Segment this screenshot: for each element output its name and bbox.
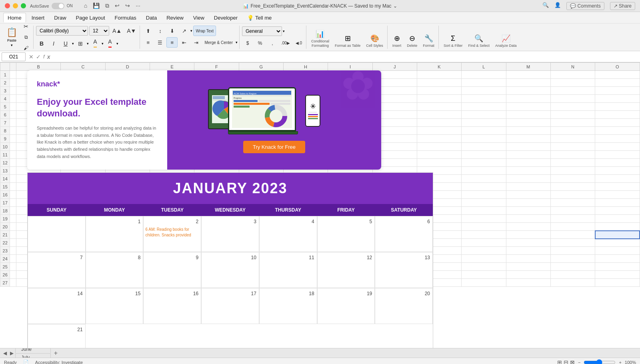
align-top-button[interactable]: ⬆ xyxy=(142,26,154,36)
decrease-decimal-button[interactable]: ◀.0 xyxy=(293,38,304,48)
align-right-button[interactable]: ≡ xyxy=(166,37,178,48)
cell[interactable] xyxy=(10,119,16,127)
row-number-14[interactable]: 14 xyxy=(0,175,10,183)
col-header-J[interactable]: J xyxy=(372,63,417,71)
cell[interactable] xyxy=(462,127,506,135)
copy-icon[interactable]: ⧉ xyxy=(105,2,109,9)
cell[interactable] xyxy=(10,127,16,135)
zoom-slider[interactable] xyxy=(584,359,616,364)
indent-less-button[interactable]: ⇤ xyxy=(178,37,190,48)
cell[interactable] xyxy=(595,207,640,215)
cell[interactable] xyxy=(506,215,550,223)
cell[interactable] xyxy=(462,231,506,239)
cell[interactable] xyxy=(550,263,595,271)
cell[interactable] xyxy=(417,103,461,111)
indent-more-button[interactable]: ⇥ xyxy=(190,37,202,48)
cell[interactable] xyxy=(506,79,550,87)
cell[interactable] xyxy=(10,143,16,151)
underline-button[interactable]: U xyxy=(60,38,71,49)
merge-center-button[interactable]: Merge & Center xyxy=(202,37,235,48)
orientation-button[interactable]: ↗ xyxy=(178,26,190,36)
delete-cells-button[interactable]: ⊖ Delete xyxy=(405,33,419,49)
row-number-8[interactable]: 8 xyxy=(0,127,10,135)
row-number-11[interactable]: 11 xyxy=(0,151,10,159)
fill-color-button[interactable]: A▬ xyxy=(90,37,101,50)
row-number-5[interactable]: 5 xyxy=(0,103,10,111)
cell[interactable] xyxy=(417,111,461,119)
row-number-2[interactable]: 2 xyxy=(0,79,10,87)
cell[interactable] xyxy=(462,159,506,167)
spreadsheet[interactable]: B C D E F G H I J K L M N O 1234 xyxy=(0,62,640,348)
col-header-N[interactable]: N xyxy=(550,63,595,71)
cell[interactable] xyxy=(462,71,506,79)
row-number-22[interactable]: 22 xyxy=(0,239,10,247)
insert-cells-button[interactable]: ⊕ Insert xyxy=(391,33,403,49)
col-header-G[interactable]: G xyxy=(239,63,283,71)
cell[interactable] xyxy=(595,127,640,135)
cell[interactable] xyxy=(550,103,595,111)
cell[interactable] xyxy=(506,207,550,215)
cell[interactable] xyxy=(595,119,640,127)
row-number-17[interactable]: 17 xyxy=(0,199,10,207)
cell[interactable] xyxy=(506,135,550,143)
cell[interactable] xyxy=(10,215,16,223)
cell[interactable] xyxy=(10,135,16,143)
fill-dropdown[interactable]: ▾ xyxy=(102,42,104,46)
sum-button[interactable]: Σ Sort & Filter xyxy=(442,34,464,49)
menu-tell-me[interactable]: 💡 Tell me xyxy=(243,13,276,22)
fontcolor-dropdown[interactable]: ▾ xyxy=(116,42,118,46)
find-select-button[interactable]: 🔍 Find & Select xyxy=(466,33,491,49)
cell[interactable] xyxy=(10,263,16,271)
cell[interactable] xyxy=(550,95,595,103)
cell[interactable] xyxy=(595,279,640,287)
cell[interactable] xyxy=(506,231,550,239)
analyze-data-button[interactable]: 📈 Analyze Data xyxy=(494,33,518,49)
format-table-button[interactable]: ⊞ Format as Table xyxy=(333,33,362,49)
cell[interactable] xyxy=(550,151,595,159)
cell[interactable] xyxy=(506,239,550,247)
cell[interactable] xyxy=(550,135,595,143)
underline-dropdown[interactable]: ▾ xyxy=(72,42,74,46)
chevron-down-icon[interactable]: ⌄ xyxy=(393,3,397,9)
cell[interactable] xyxy=(550,199,595,207)
minimize-button[interactable] xyxy=(13,3,18,8)
align-center-button[interactable]: ☰ xyxy=(154,37,166,48)
cell[interactable] xyxy=(506,167,550,175)
cell[interactable] xyxy=(595,175,640,183)
cell[interactable] xyxy=(10,231,16,239)
cell[interactable] xyxy=(595,87,640,95)
menu-review[interactable]: Review xyxy=(162,13,188,22)
orientation-dropdown[interactable]: ▾ xyxy=(190,29,192,33)
format-cells-button[interactable]: 🔧 Format xyxy=(421,33,436,49)
cell[interactable] xyxy=(506,111,550,119)
cell[interactable] xyxy=(462,183,506,191)
cell[interactable] xyxy=(462,111,506,119)
cell[interactable] xyxy=(506,247,550,255)
cell[interactable] xyxy=(10,271,16,279)
col-header-M[interactable]: M xyxy=(506,63,550,71)
cell[interactable] xyxy=(550,223,595,231)
menu-developer[interactable]: Developer xyxy=(210,13,242,22)
cell[interactable] xyxy=(10,183,16,191)
cell[interactable] xyxy=(506,151,550,159)
col-header-E[interactable]: E xyxy=(150,63,194,71)
cell[interactable] xyxy=(506,175,550,183)
cell[interactable] xyxy=(595,143,640,151)
cell[interactable] xyxy=(417,135,461,143)
cell[interactable] xyxy=(417,87,461,95)
copy-button[interactable]: ⧉ xyxy=(20,32,32,42)
cell[interactable] xyxy=(462,167,506,175)
row-number-6[interactable]: 6 xyxy=(0,111,10,119)
cell[interactable] xyxy=(550,239,595,247)
cell[interactable] xyxy=(417,151,461,159)
cell[interactable] xyxy=(550,191,595,199)
cell[interactable] xyxy=(417,71,461,79)
col-header-K[interactable]: K xyxy=(417,63,461,71)
cell[interactable] xyxy=(506,199,550,207)
row-number-18[interactable]: 18 xyxy=(0,207,10,215)
col-header-B[interactable]: B xyxy=(16,63,61,71)
col-header-L[interactable]: L xyxy=(462,63,506,71)
sheet-tab-june[interactable]: June xyxy=(15,348,51,353)
align-bottom-button[interactable]: ⬇ xyxy=(166,26,178,36)
cell[interactable] xyxy=(550,271,595,279)
